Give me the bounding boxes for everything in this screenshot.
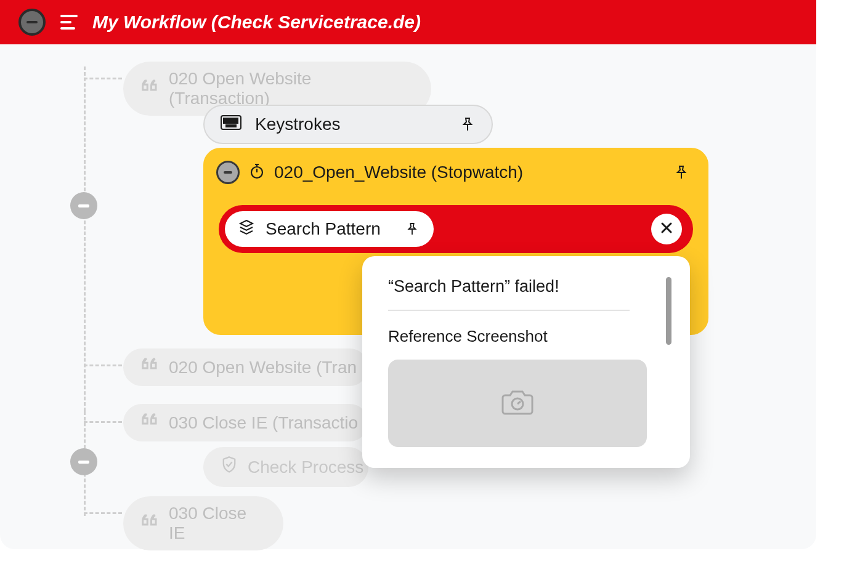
svg-rect-6 [224, 121, 225, 123]
stopwatch-header: 020_Open_Website (Stopwatch) [205, 150, 707, 195]
shield-check-icon [221, 456, 238, 478]
transaction-node[interactable]: 020 Open Website (Tran [123, 348, 368, 386]
popover-subhead: Reference Screenshot [388, 327, 655, 346]
layers-icon [238, 219, 254, 240]
tree-collapse-button[interactable] [70, 192, 97, 219]
search-pattern-step[interactable]: Search Pattern [225, 211, 434, 247]
svg-rect-1 [224, 118, 225, 120]
reference-screenshot-placeholder[interactable] [388, 360, 647, 447]
scrollbar-thumb[interactable] [666, 277, 671, 345]
quote-icon [140, 356, 159, 379]
step-label: Search Pattern [266, 219, 381, 239]
titlebar: My Workflow (Check Servicetrace.de) [0, 0, 816, 44]
error-step-bar: Search Pattern [219, 205, 693, 253]
tree-collapse-button[interactable] [70, 448, 97, 475]
workflow-canvas: 020 Open Website (Transaction) Keystroke… [0, 44, 816, 549]
svg-rect-2 [227, 118, 229, 120]
quote-icon [140, 411, 159, 434]
svg-rect-11 [226, 125, 236, 127]
pin-icon[interactable] [404, 221, 420, 237]
tree-connector [84, 78, 122, 79]
titlebar-collapse-button[interactable] [18, 9, 46, 36]
popover-headline: “Search Pattern” failed! [388, 277, 655, 296]
menu-icon[interactable] [60, 15, 78, 30]
tree-connector [84, 421, 122, 423]
keyboard-icon [221, 115, 241, 134]
svg-rect-9 [233, 121, 235, 123]
tree-connector [84, 364, 122, 366]
svg-rect-8 [230, 121, 232, 123]
svg-rect-5 [236, 118, 238, 120]
popover-scrollbar[interactable] [666, 277, 671, 447]
pin-icon[interactable] [673, 164, 689, 180]
divider [388, 310, 630, 311]
transaction-node[interactable]: 030 Close IE (Transactio [123, 404, 368, 441]
camera-icon [500, 388, 535, 419]
close-button[interactable] [651, 214, 682, 244]
error-popover: “Search Pattern” failed! Reference Scree… [362, 256, 690, 468]
check-process-step[interactable]: Check Process [203, 447, 368, 487]
tree-connector [84, 512, 122, 514]
svg-rect-3 [230, 118, 232, 120]
node-label: 030 Close IE (Transactio [169, 413, 358, 433]
svg-rect-10 [236, 121, 238, 123]
pin-icon[interactable] [460, 116, 476, 132]
app-window: My Workflow (Check Servicetrace.de) 020 … [0, 0, 816, 549]
keystrokes-step[interactable]: Keystrokes [203, 105, 493, 144]
svg-rect-4 [233, 118, 235, 120]
step-label: Keystrokes [255, 115, 341, 134]
svg-rect-7 [227, 121, 229, 123]
node-label: 020 Open Website (Transaction) [169, 69, 414, 108]
stopwatch-label: 020_Open_Website (Stopwatch) [274, 163, 523, 182]
quote-icon [140, 78, 159, 100]
tree-connector [84, 66, 86, 411]
close-icon [659, 220, 674, 238]
stopwatch-icon [249, 163, 264, 182]
stopwatch-collapse-button[interactable] [216, 161, 240, 184]
node-label: 020 Open Website (Tran [169, 358, 357, 377]
workflow-title: My Workflow (Check Servicetrace.de) [92, 12, 421, 33]
step-label: Check Process [248, 457, 363, 477]
